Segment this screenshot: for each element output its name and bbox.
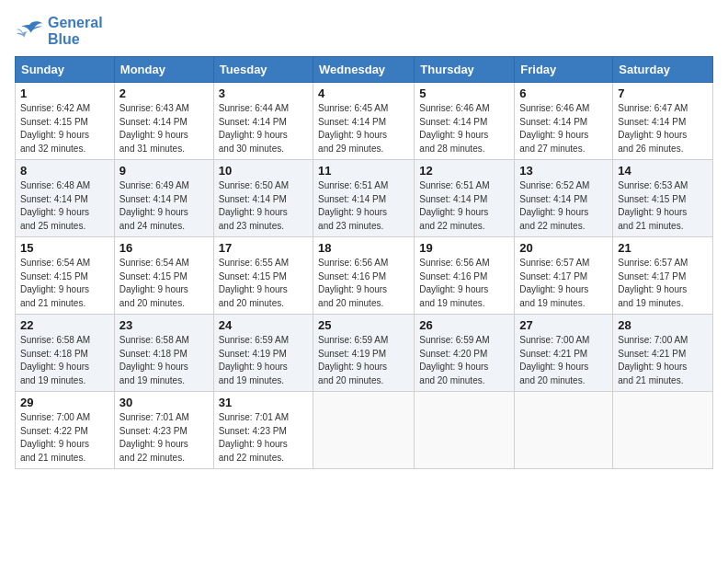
day-info: Sunrise: 6:52 AMSunset: 4:14 PMDaylight:…	[519, 179, 608, 233]
day-number: 29	[20, 396, 109, 409]
day-info: Sunrise: 6:50 AMSunset: 4:14 PMDaylight:…	[219, 179, 308, 233]
day-info: Sunrise: 6:48 AMSunset: 4:14 PMDaylight:…	[20, 179, 109, 233]
calendar-cell: 3Sunrise: 6:44 AMSunset: 4:14 PMDaylight…	[213, 83, 313, 160]
calendar-cell: 21Sunrise: 6:57 AMSunset: 4:17 PMDayligh…	[613, 237, 713, 315]
day-number: 28	[618, 318, 708, 332]
day-number: 22	[20, 318, 109, 332]
day-number: 14	[618, 164, 708, 178]
day-info: Sunrise: 6:59 AMSunset: 4:19 PMDaylight:…	[219, 334, 308, 387]
day-number: 21	[618, 241, 708, 255]
day-header-tuesday: Tuesday	[213, 57, 313, 83]
calendar-cell: 22Sunrise: 6:58 AMSunset: 4:18 PMDayligh…	[16, 315, 115, 392]
calendar-table: SundayMondayTuesdayWednesdayThursdayFrid…	[15, 56, 713, 469]
day-number: 25	[318, 318, 409, 332]
day-info: Sunrise: 6:44 AMSunset: 4:14 PMDaylight:…	[219, 102, 308, 155]
calendar-header-row: SundayMondayTuesdayWednesdayThursdayFrid…	[16, 57, 713, 83]
calendar-week-row: 29Sunrise: 7:00 AMSunset: 4:22 PMDayligh…	[16, 392, 713, 469]
day-number: 19	[419, 241, 509, 255]
day-header-friday: Friday	[515, 57, 613, 83]
day-info: Sunrise: 6:57 AMSunset: 4:17 PMDaylight:…	[519, 257, 608, 310]
day-number: 1	[20, 86, 109, 100]
day-number: 23	[119, 318, 209, 332]
calendar-cell: 20Sunrise: 6:57 AMSunset: 4:17 PMDayligh…	[515, 237, 613, 315]
day-info: Sunrise: 6:59 AMSunset: 4:19 PMDaylight:…	[318, 334, 409, 387]
calendar-cell: 25Sunrise: 6:59 AMSunset: 4:19 PMDayligh…	[313, 315, 415, 392]
calendar-cell: 18Sunrise: 6:56 AMSunset: 4:16 PMDayligh…	[313, 237, 415, 315]
day-header-wednesday: Wednesday	[313, 57, 415, 83]
day-info: Sunrise: 7:01 AMSunset: 4:23 PMDaylight:…	[219, 411, 308, 465]
calendar-cell: 14Sunrise: 6:53 AMSunset: 4:15 PMDayligh…	[613, 160, 713, 237]
page-header: General Blue	[15, 15, 713, 47]
calendar-cell: 16Sunrise: 6:54 AMSunset: 4:15 PMDayligh…	[114, 237, 213, 315]
day-info: Sunrise: 7:00 AMSunset: 4:21 PMDaylight:…	[519, 334, 608, 387]
calendar-cell: 4Sunrise: 6:45 AMSunset: 4:14 PMDaylight…	[313, 83, 415, 160]
calendar-cell: 13Sunrise: 6:52 AMSunset: 4:14 PMDayligh…	[515, 160, 613, 237]
calendar-cell: 15Sunrise: 6:54 AMSunset: 4:15 PMDayligh…	[16, 237, 115, 315]
calendar-cell: 24Sunrise: 6:59 AMSunset: 4:19 PMDayligh…	[213, 315, 313, 392]
day-info: Sunrise: 6:49 AMSunset: 4:14 PMDaylight:…	[119, 179, 209, 233]
day-number: 18	[318, 241, 409, 255]
day-header-saturday: Saturday	[613, 57, 713, 83]
day-number: 24	[219, 318, 308, 332]
day-number: 12	[419, 164, 509, 178]
day-info: Sunrise: 6:54 AMSunset: 4:15 PMDaylight:…	[20, 257, 109, 310]
day-number: 26	[419, 318, 509, 332]
day-header-monday: Monday	[114, 57, 213, 83]
day-number: 5	[419, 86, 509, 100]
day-info: Sunrise: 6:46 AMSunset: 4:14 PMDaylight:…	[419, 102, 509, 155]
day-info: Sunrise: 6:53 AMSunset: 4:15 PMDaylight:…	[618, 179, 708, 233]
calendar-cell	[613, 392, 713, 469]
logo-text: General Blue	[48, 15, 103, 47]
day-number: 16	[119, 241, 209, 255]
day-number: 31	[219, 396, 308, 409]
calendar-cell: 26Sunrise: 6:59 AMSunset: 4:20 PMDayligh…	[415, 315, 515, 392]
calendar-cell: 12Sunrise: 6:51 AMSunset: 4:14 PMDayligh…	[415, 160, 515, 237]
day-info: Sunrise: 6:46 AMSunset: 4:14 PMDaylight:…	[519, 102, 608, 155]
day-number: 4	[318, 86, 409, 100]
calendar-cell: 1Sunrise: 6:42 AMSunset: 4:15 PMDaylight…	[16, 83, 115, 160]
calendar-cell: 27Sunrise: 7:00 AMSunset: 4:21 PMDayligh…	[515, 315, 613, 392]
day-info: Sunrise: 6:45 AMSunset: 4:14 PMDaylight:…	[318, 102, 409, 155]
day-number: 7	[618, 86, 708, 100]
day-number: 11	[318, 164, 409, 178]
day-number: 8	[20, 164, 109, 178]
calendar-cell: 5Sunrise: 6:46 AMSunset: 4:14 PMDaylight…	[415, 83, 515, 160]
day-header-thursday: Thursday	[415, 57, 515, 83]
day-info: Sunrise: 6:42 AMSunset: 4:15 PMDaylight:…	[20, 102, 109, 155]
day-number: 27	[519, 318, 608, 332]
day-info: Sunrise: 7:00 AMSunset: 4:21 PMDaylight:…	[618, 334, 708, 387]
day-info: Sunrise: 6:58 AMSunset: 4:18 PMDaylight:…	[119, 334, 209, 387]
calendar-week-row: 15Sunrise: 6:54 AMSunset: 4:15 PMDayligh…	[16, 237, 713, 315]
day-info: Sunrise: 6:59 AMSunset: 4:20 PMDaylight:…	[419, 334, 509, 387]
day-info: Sunrise: 7:00 AMSunset: 4:22 PMDaylight:…	[20, 411, 109, 465]
day-number: 17	[219, 241, 308, 255]
calendar-cell: 19Sunrise: 6:56 AMSunset: 4:16 PMDayligh…	[415, 237, 515, 315]
day-number: 3	[219, 86, 308, 100]
day-number: 30	[119, 396, 209, 409]
logo: General Blue	[15, 15, 103, 47]
day-number: 2	[119, 86, 209, 100]
calendar-cell: 9Sunrise: 6:49 AMSunset: 4:14 PMDaylight…	[114, 160, 213, 237]
day-info: Sunrise: 6:51 AMSunset: 4:14 PMDaylight:…	[419, 179, 509, 233]
day-number: 9	[119, 164, 209, 178]
day-info: Sunrise: 6:43 AMSunset: 4:14 PMDaylight:…	[119, 102, 209, 155]
day-info: Sunrise: 6:57 AMSunset: 4:17 PMDaylight:…	[618, 257, 708, 310]
day-info: Sunrise: 7:01 AMSunset: 4:23 PMDaylight:…	[119, 411, 209, 465]
day-info: Sunrise: 6:58 AMSunset: 4:18 PMDaylight:…	[20, 334, 109, 387]
calendar-cell: 6Sunrise: 6:46 AMSunset: 4:14 PMDaylight…	[515, 83, 613, 160]
logo-icon	[15, 18, 44, 44]
calendar-cell: 17Sunrise: 6:55 AMSunset: 4:15 PMDayligh…	[213, 237, 313, 315]
calendar-cell: 31Sunrise: 7:01 AMSunset: 4:23 PMDayligh…	[213, 392, 313, 469]
calendar-cell	[415, 392, 515, 469]
day-header-sunday: Sunday	[16, 57, 115, 83]
day-info: Sunrise: 6:51 AMSunset: 4:14 PMDaylight:…	[318, 179, 409, 233]
calendar-cell: 29Sunrise: 7:00 AMSunset: 4:22 PMDayligh…	[16, 392, 115, 469]
day-number: 13	[519, 164, 608, 178]
calendar-cell	[313, 392, 415, 469]
day-info: Sunrise: 6:47 AMSunset: 4:14 PMDaylight:…	[618, 102, 708, 155]
calendar-week-row: 1Sunrise: 6:42 AMSunset: 4:15 PMDaylight…	[16, 83, 713, 160]
day-number: 10	[219, 164, 308, 178]
calendar-cell: 10Sunrise: 6:50 AMSunset: 4:14 PMDayligh…	[213, 160, 313, 237]
calendar-cell	[515, 392, 613, 469]
calendar-cell: 30Sunrise: 7:01 AMSunset: 4:23 PMDayligh…	[114, 392, 213, 469]
